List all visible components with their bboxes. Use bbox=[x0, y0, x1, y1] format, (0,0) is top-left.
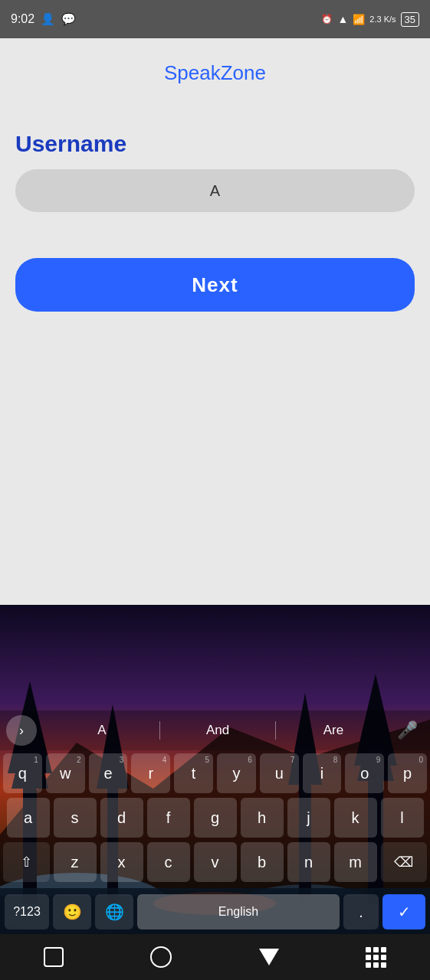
suggestion-word-1[interactable]: A bbox=[44, 723, 159, 738]
nav-menu-button[interactable] bbox=[350, 941, 402, 974]
keyboard-bottom-bar: ?123 🙂 🌐 English . ✓ bbox=[0, 890, 430, 934]
nav-home-button[interactable] bbox=[135, 940, 187, 974]
key-emoji-button[interactable]: 🙂 bbox=[53, 894, 91, 929]
key-g[interactable]: g bbox=[194, 798, 237, 838]
username-label: Username bbox=[15, 131, 415, 157]
status-right: ⏰ ▲ 📶 2.3 K/s 35 bbox=[321, 12, 419, 27]
key-b[interactable]: b bbox=[241, 842, 284, 882]
alarm-icon: ⏰ bbox=[321, 14, 333, 24]
nav-triangle-icon bbox=[259, 949, 279, 965]
suggestion-bar: › A And Are 🎤 bbox=[0, 710, 430, 750]
key-c[interactable]: c bbox=[147, 842, 190, 882]
key-r[interactable]: r4 bbox=[131, 753, 170, 793]
user-icon: 👤 bbox=[41, 12, 55, 26]
key-m[interactable]: m bbox=[334, 842, 377, 882]
nav-bar bbox=[0, 934, 430, 980]
key-z[interactable]: z bbox=[54, 842, 97, 882]
status-bar: 9:02 👤 💬 ⏰ ▲ 📶 2.3 K/s 35 bbox=[0, 0, 430, 38]
key-t[interactable]: t5 bbox=[174, 753, 213, 793]
speed-text: 2.3 K/s bbox=[369, 15, 396, 24]
suggestion-words: A And Are bbox=[44, 721, 391, 740]
key-x[interactable]: x bbox=[100, 842, 143, 882]
key-f[interactable]: f bbox=[147, 798, 190, 838]
suggestion-word-2[interactable]: And bbox=[160, 723, 275, 738]
key-i[interactable]: i8 bbox=[303, 753, 342, 793]
key-l[interactable]: l bbox=[381, 798, 424, 838]
key-j[interactable]: j bbox=[287, 798, 330, 838]
messenger-icon: 💬 bbox=[61, 12, 76, 26]
key-enter[interactable]: ✓ bbox=[382, 894, 425, 929]
nav-recents-button[interactable] bbox=[244, 942, 294, 972]
key-o[interactable]: o9 bbox=[345, 753, 384, 793]
suggestion-word-3[interactable]: Are bbox=[276, 723, 391, 738]
key-rows: q1 w2 e3 r4 t5 y6 u7 i8 o9 p0 a s d f g … bbox=[0, 750, 430, 890]
key-w[interactable]: w2 bbox=[46, 753, 85, 793]
key-row-1: q1 w2 e3 r4 t5 y6 u7 i8 o9 p0 bbox=[3, 753, 427, 793]
status-left: 9:02 👤 💬 bbox=[11, 12, 76, 26]
nav-grid-icon bbox=[366, 947, 386, 968]
key-u[interactable]: u7 bbox=[260, 753, 299, 793]
nav-circle-icon bbox=[150, 946, 172, 968]
key-row-3: ⇧ z x c v b n m ⌫ bbox=[3, 842, 427, 882]
key-a[interactable]: a bbox=[7, 798, 50, 838]
signal-icon: 📶 bbox=[353, 14, 365, 25]
key-s[interactable]: s bbox=[54, 798, 97, 838]
suggest-expand-button[interactable]: › bbox=[6, 715, 37, 746]
nav-square-icon bbox=[44, 947, 64, 967]
key-globe-button[interactable]: 🌐 bbox=[95, 894, 133, 929]
key-d[interactable]: d bbox=[100, 798, 143, 838]
wifi-icon: ▲ bbox=[337, 13, 348, 25]
key-v[interactable]: v bbox=[194, 842, 237, 882]
battery-icon: 35 bbox=[401, 12, 419, 27]
key-sym-button[interactable]: ?123 bbox=[5, 894, 49, 929]
key-period[interactable]: . bbox=[343, 894, 379, 929]
key-k[interactable]: k bbox=[334, 798, 377, 838]
key-q[interactable]: q1 bbox=[3, 753, 42, 793]
mic-icon[interactable]: 🎤 bbox=[391, 720, 424, 740]
username-input[interactable] bbox=[15, 169, 415, 212]
main-content: SpeakZone Username Next bbox=[0, 38, 430, 327]
next-button[interactable]: Next bbox=[15, 258, 415, 312]
key-n[interactable]: n bbox=[287, 842, 330, 882]
key-shift[interactable]: ⇧ bbox=[3, 842, 50, 882]
key-row-2: a s d f g h j k l bbox=[3, 798, 427, 838]
nav-back-button[interactable] bbox=[28, 941, 79, 973]
key-p[interactable]: p0 bbox=[388, 753, 427, 793]
key-backspace[interactable]: ⌫ bbox=[381, 842, 428, 882]
key-h[interactable]: h bbox=[241, 798, 284, 838]
key-spacebar[interactable]: English bbox=[137, 894, 340, 929]
key-y[interactable]: y6 bbox=[217, 753, 256, 793]
key-e[interactable]: e3 bbox=[89, 753, 128, 793]
app-title: SpeakZone bbox=[15, 61, 415, 85]
status-time: 9:02 bbox=[11, 12, 34, 26]
keyboard-overlay: › A And Are 🎤 q1 w2 e3 r4 t5 y6 u7 i8 bbox=[0, 710, 430, 934]
